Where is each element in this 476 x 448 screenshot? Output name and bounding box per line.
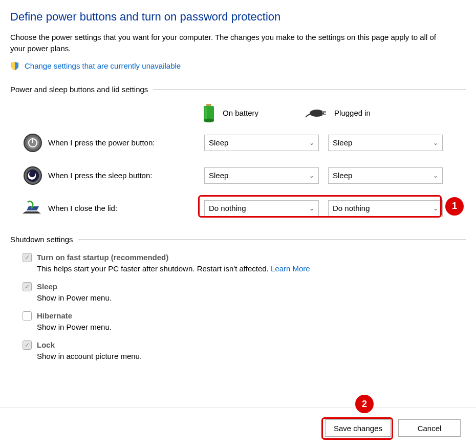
- divider: [78, 239, 466, 240]
- select-lid-plugged[interactable]: Do nothing ⌄: [328, 200, 443, 217]
- chevron-down-icon: ⌄: [309, 172, 314, 179]
- power-button-icon: [23, 133, 43, 153]
- section-shutdown-label: Shutdown settings: [10, 235, 73, 244]
- checkbox-hibernate[interactable]: [23, 311, 32, 321]
- section-shutdown: Shutdown settings: [10, 235, 466, 244]
- laptop-lid-icon: [23, 198, 43, 219]
- shield-icon: [10, 61, 19, 71]
- checkbox-lock[interactable]: ✓: [23, 340, 32, 350]
- check-label-fast-startup: Turn on fast startup (recommended): [37, 253, 168, 262]
- row-label-sleep: When I press the sleep button:: [48, 171, 199, 180]
- select-lid-battery[interactable]: Do nothing ⌄: [204, 200, 319, 217]
- page-description: Choose the power settings that you want …: [10, 32, 450, 54]
- col-head-battery-label: On battery: [223, 109, 258, 117]
- col-head-battery: On battery: [202, 103, 258, 123]
- row-power-button: When I press the power button: Sleep ⌄ S…: [10, 133, 466, 153]
- col-head-plugged: Plugged in: [305, 107, 371, 119]
- select-sleep-battery[interactable]: Sleep ⌄: [204, 167, 319, 184]
- check-label-sleep: Sleep: [37, 282, 57, 291]
- select-power-plugged[interactable]: Sleep ⌄: [328, 135, 443, 151]
- select-power-battery-value: Sleep: [209, 138, 228, 147]
- svg-point-3: [310, 110, 324, 117]
- checkbox-fast-startup[interactable]: ✓: [23, 253, 32, 262]
- divider: [153, 89, 466, 90]
- check-desc-fast-startup-text: This helps start your PC faster after sh…: [37, 264, 271, 273]
- select-sleep-plugged-value: Sleep: [333, 171, 352, 180]
- chevron-down-icon: ⌄: [433, 205, 438, 212]
- check-desc-sleep: Show in Power menu.: [23, 293, 466, 302]
- sleep-button-icon: [23, 165, 43, 186]
- svg-rect-2: [205, 107, 207, 119]
- row-label-power: When I press the power button:: [48, 138, 199, 147]
- check-desc-lock: Show in account picture menu.: [23, 352, 466, 360]
- svg-rect-0: [206, 104, 211, 106]
- footer: Save changes Cancel 2: [0, 408, 476, 448]
- select-sleep-plugged[interactable]: Sleep ⌄: [328, 167, 443, 184]
- learn-more-link[interactable]: Learn More: [271, 264, 310, 273]
- select-sleep-battery-value: Sleep: [209, 171, 228, 180]
- battery-icon: [202, 103, 215, 123]
- check-desc-hibernate: Show in Power menu.: [23, 323, 466, 331]
- row-label-lid: When I close the lid:: [48, 204, 199, 212]
- row-close-lid: When I close the lid: Do nothing ⌄ Do no…: [10, 198, 466, 219]
- annotation-callout-2: 2: [355, 395, 374, 413]
- check-item-hibernate: Hibernate Show in Power menu.: [10, 311, 466, 331]
- select-lid-battery-value: Do nothing: [209, 204, 246, 212]
- cancel-button[interactable]: Cancel: [398, 419, 461, 437]
- check-label-hibernate: Hibernate: [37, 311, 72, 320]
- svg-rect-5: [322, 114, 326, 115]
- section-power-buttons: Power and sleep buttons and lid settings: [10, 85, 466, 94]
- select-power-battery[interactable]: Sleep ⌄: [204, 135, 319, 151]
- check-label-lock: Lock: [37, 340, 55, 349]
- chevron-down-icon: ⌄: [309, 205, 314, 212]
- select-lid-plugged-value: Do nothing: [333, 204, 370, 212]
- check-item-lock: ✓ Lock Show in account picture menu.: [10, 340, 466, 360]
- checkbox-sleep[interactable]: ✓: [23, 282, 32, 291]
- select-power-plugged-value: Sleep: [333, 138, 352, 147]
- chevron-down-icon: ⌄: [433, 172, 438, 179]
- change-settings-link[interactable]: Change settings that are currently unava…: [25, 61, 181, 70]
- check-desc-fast-startup: This helps start your PC faster after sh…: [23, 264, 466, 273]
- svg-rect-4: [322, 111, 326, 113]
- row-sleep-button: When I press the sleep button: Sleep ⌄ S…: [10, 165, 466, 186]
- check-item-fast-startup: ✓ Turn on fast startup (recommended) Thi…: [10, 253, 466, 273]
- save-changes-button[interactable]: Save changes: [325, 419, 391, 437]
- col-head-plugged-label: Plugged in: [334, 109, 371, 117]
- chevron-down-icon: ⌄: [309, 139, 314, 146]
- section-power-buttons-label: Power and sleep buttons and lid settings: [10, 85, 148, 94]
- chevron-down-icon: ⌄: [433, 139, 438, 146]
- check-item-sleep: ✓ Sleep Show in Power menu.: [10, 282, 466, 302]
- page-title: Define power buttons and turn on passwor…: [10, 10, 466, 24]
- column-headers: On battery Plugged in: [10, 103, 466, 123]
- annotation-callout-1: 1: [445, 197, 464, 216]
- plug-icon: [305, 107, 327, 119]
